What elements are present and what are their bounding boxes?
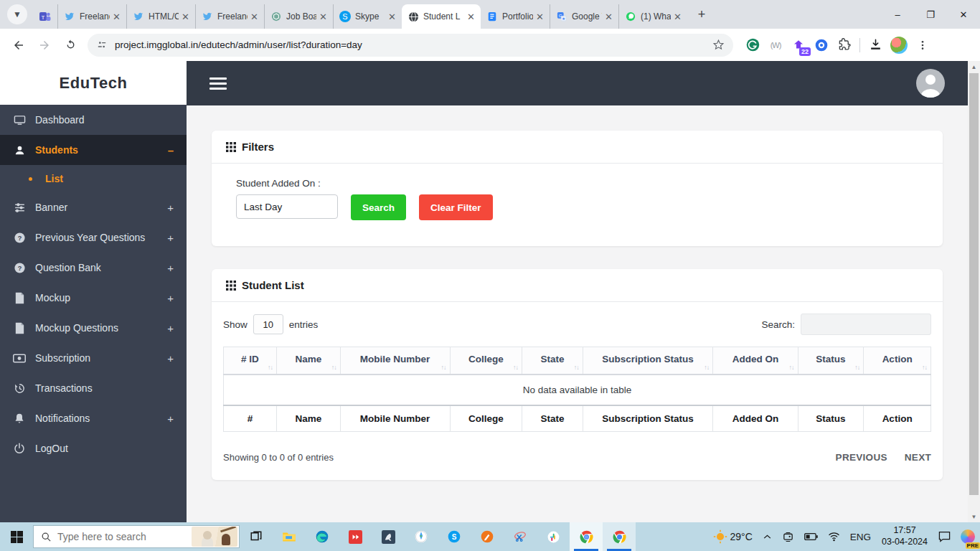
- tab-freelance-1[interactable]: Freelance ✕: [57, 4, 126, 29]
- tab-google-translate[interactable]: G★ Google T ✕: [550, 4, 618, 29]
- battery-icon[interactable]: [799, 522, 823, 551]
- language-indicator[interactable]: ENG: [845, 522, 876, 551]
- tab-close-icon[interactable]: ✕: [113, 11, 121, 22]
- sort-icons[interactable]: ↑↓: [441, 364, 446, 371]
- sort-icons[interactable]: ↑↓: [574, 364, 579, 371]
- reload-icon[interactable]: [60, 34, 81, 56]
- tab-whatsapp[interactable]: (1) What ✕: [618, 4, 687, 29]
- restore-button[interactable]: ❐: [914, 0, 947, 29]
- tab-search-button[interactable]: ▼: [7, 4, 27, 24]
- next-page-button[interactable]: NEXT: [905, 452, 931, 463]
- tab-close-icon[interactable]: ✕: [250, 11, 258, 22]
- sidebar-item-mockup[interactable]: Mockup +: [0, 283, 187, 313]
- purple-extension-icon[interactable]: 22: [791, 37, 806, 53]
- sidebar-item-mockup-questions[interactable]: Mockup Questions +: [0, 313, 187, 343]
- pgadmin-icon[interactable]: [372, 522, 405, 551]
- table-search-input[interactable]: [801, 314, 931, 335]
- tab-skype[interactable]: S Skype ✕: [333, 4, 402, 29]
- site-info-icon[interactable]: [96, 39, 108, 51]
- start-button[interactable]: [0, 522, 33, 551]
- snipping-tool-icon[interactable]: [504, 522, 537, 551]
- profile-avatar[interactable]: [890, 37, 908, 54]
- blue-extension-icon[interactable]: [814, 37, 829, 53]
- column-header-name[interactable]: Name↑↓: [276, 347, 340, 375]
- clock[interactable]: 17:57 03-04-2024: [876, 525, 933, 547]
- tab-pinned-teams[interactable]: T: [33, 4, 57, 29]
- tab-jobboard[interactable]: Job Boar ✕: [264, 4, 333, 29]
- tab-close-icon[interactable]: ✕: [467, 11, 475, 22]
- close-button[interactable]: ✕: [947, 0, 980, 29]
- wayback-extension-icon[interactable]: (W): [768, 37, 783, 53]
- expand-plus-icon[interactable]: +: [167, 292, 174, 304]
- sort-icons[interactable]: ↑↓: [854, 364, 859, 371]
- tab-freelance-2[interactable]: Freelance ✕: [195, 4, 264, 29]
- search-button[interactable]: Search: [351, 194, 406, 220]
- back-icon[interactable]: [8, 34, 29, 56]
- scrollbar-thumb[interactable]: [969, 73, 979, 495]
- sidebar-item-notifications[interactable]: Notifications +: [0, 403, 187, 433]
- page-scrollbar[interactable]: ▲ ▼: [968, 61, 980, 522]
- scroll-down-arrow[interactable]: ▼: [968, 511, 980, 522]
- url-text[interactable]: project.imgglobal.in/edutech/admin/user/…: [115, 39, 712, 50]
- sort-icons[interactable]: ↑↓: [331, 364, 336, 371]
- duration-select[interactable]: [236, 194, 338, 219]
- column-header-id[interactable]: # ID↑↓: [224, 347, 277, 375]
- column-header-state[interactable]: State↑↓: [522, 347, 583, 375]
- tab-close-icon[interactable]: ✕: [182, 11, 189, 22]
- column-header-subscription[interactable]: Subscription Status↑↓: [583, 347, 712, 375]
- taskbar-search[interactable]: [33, 525, 240, 548]
- edge-icon[interactable]: [306, 522, 339, 551]
- tab-close-icon[interactable]: ✕: [319, 11, 327, 22]
- expand-plus-icon[interactable]: +: [167, 352, 174, 364]
- tab-portfolio[interactable]: Portfolio ✕: [481, 4, 550, 29]
- red-app-icon[interactable]: [339, 522, 372, 551]
- column-header-added-on[interactable]: Added On↑↓: [713, 347, 798, 375]
- cast-icon[interactable]: [777, 522, 799, 551]
- column-header-action[interactable]: Action↑↓: [864, 347, 931, 375]
- chrome-taskbar-icon-active[interactable]: [570, 522, 603, 551]
- chrome-taskbar-icon-2[interactable]: [603, 522, 636, 551]
- expand-plus-icon[interactable]: +: [167, 262, 174, 274]
- sidebar-item-question-bank[interactable]: ? Question Bank +: [0, 253, 187, 283]
- task-view-button[interactable]: [240, 522, 273, 551]
- weather-widget[interactable]: 29°C: [708, 522, 758, 551]
- expand-plus-icon[interactable]: +: [167, 232, 174, 244]
- collapse-minus-icon[interactable]: –: [168, 144, 174, 156]
- tab-close-icon[interactable]: ✕: [674, 11, 682, 22]
- tray-chevron-up[interactable]: [758, 522, 777, 551]
- extensions-puzzle-icon[interactable]: [837, 37, 852, 53]
- sort-icons[interactable]: ↑↓: [268, 364, 273, 371]
- sidebar-item-students[interactable]: Students –: [0, 135, 187, 165]
- previous-page-button[interactable]: PREVIOUS: [836, 452, 887, 463]
- sidebar-item-previous-year-questions[interactable]: ? Previous Year Questions +: [0, 222, 187, 253]
- grammarly-icon[interactable]: [745, 37, 760, 53]
- sort-icons[interactable]: ↑↓: [922, 364, 927, 371]
- tab-close-icon[interactable]: ✕: [605, 11, 613, 22]
- tab-student-active[interactable]: Student L ✕: [402, 4, 481, 29]
- sidebar-item-banner[interactable]: Banner +: [0, 192, 187, 222]
- menu-kebab-icon[interactable]: [915, 37, 930, 53]
- sidebar-item-transactions[interactable]: Transactions: [0, 373, 187, 403]
- hamburger-menu-icon[interactable]: [209, 77, 227, 90]
- column-header-college[interactable]: College↑↓: [450, 347, 522, 375]
- downloads-icon[interactable]: [867, 37, 883, 53]
- slack-icon[interactable]: [537, 522, 570, 551]
- tab-close-icon[interactable]: ✕: [388, 11, 396, 22]
- scroll-up-arrow[interactable]: ▲: [968, 61, 980, 72]
- expand-plus-icon[interactable]: +: [167, 322, 174, 334]
- user-avatar[interactable]: [916, 69, 945, 98]
- sidebar-item-subscription[interactable]: Subscription +: [0, 343, 187, 373]
- wifi-icon[interactable]: [823, 522, 845, 551]
- tab-htmlcs[interactable]: HTML/CS ✕: [126, 4, 195, 29]
- search-doodle-image[interactable]: [192, 527, 237, 547]
- address-bar[interactable]: project.imgglobal.in/edutech/admin/user/…: [88, 34, 733, 57]
- tab-close-icon[interactable]: ✕: [536, 11, 544, 22]
- column-header-status[interactable]: Status↑↓: [798, 347, 864, 375]
- sidebar-subitem-list[interactable]: List: [0, 165, 187, 192]
- bookmark-star-icon[interactable]: [712, 39, 725, 51]
- sort-icons[interactable]: ↑↓: [704, 364, 709, 371]
- copilot-button[interactable]: PRE: [956, 522, 980, 551]
- expand-plus-icon[interactable]: +: [167, 202, 174, 214]
- new-tab-button[interactable]: +: [692, 4, 712, 24]
- skype-taskbar-icon[interactable]: S: [438, 522, 471, 551]
